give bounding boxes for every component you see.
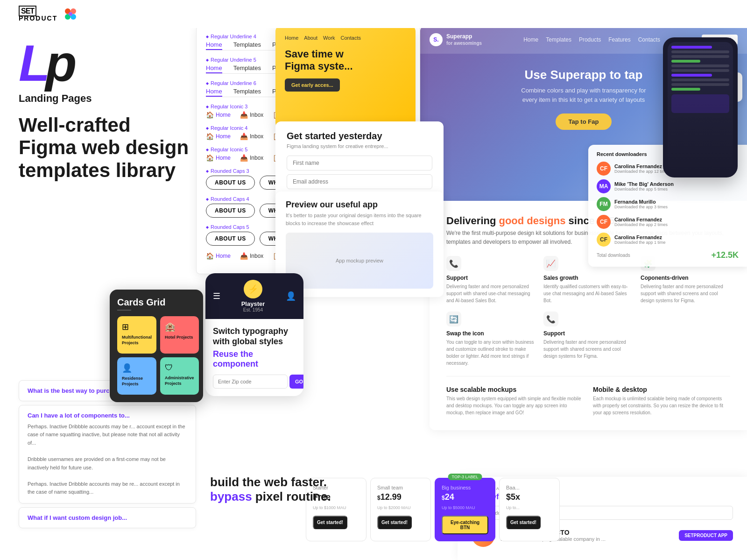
zipcode-input[interactable] (213, 375, 288, 389)
reuse-label: Reuse the component (213, 349, 296, 369)
dark-phone-screen (668, 42, 733, 173)
superapp-nav: Home Templates Products Features Contact… (523, 36, 660, 43)
nav-item-templates[interactable]: Templates (233, 41, 261, 48)
card-residence[interactable]: 👤 Residense Projects (117, 357, 156, 395)
header: SET PRODUCT (0, 0, 747, 28)
swap-title: Swap the icon (446, 330, 536, 337)
playster-panel: ☰ ⚡ Playster Est. 1954 👤 Switch typograp… (205, 273, 303, 396)
about-us-btn-3[interactable]: ABOUT US (206, 176, 255, 190)
nav-item-home-5[interactable]: Home (206, 64, 222, 71)
dl-total-label: Total downloads (597, 253, 630, 258)
nav-item-templates-6[interactable]: Templates (233, 88, 261, 95)
card-administrative[interactable]: 🛡 Administrative Projects (160, 357, 199, 395)
cards-grid-panel: Cards Grid ⊞ Multifunctional Projects 🏨 … (110, 290, 203, 402)
about-us-btn-5[interactable]: ABOUT US (206, 232, 255, 246)
pricing-big-limit: Up to $5000 MAU (442, 505, 488, 511)
iconic-home-bottom[interactable]: 🏠 Home (206, 252, 231, 260)
iconic-home-5[interactable]: 🏠 Home (206, 154, 231, 162)
superapp-nav-home[interactable]: Home (523, 36, 538, 43)
support2-title: Support (543, 330, 633, 337)
superapp-logo-circle: S. (430, 33, 443, 46)
faq-question-2[interactable]: Can I have a lot of components to... (28, 412, 187, 419)
build-faster-tagline: build the web faster. bypass pixel routi… (210, 475, 350, 504)
yn-about[interactable]: About (304, 35, 317, 41)
card-label-administrative: Administrative Projects (165, 376, 194, 386)
dl-total-count: +12.5K (711, 250, 739, 260)
setproduct-app-btn[interactable]: SETPRODUCT APP (679, 530, 733, 541)
pricing-big-cta[interactable]: Eye-catching BTN (442, 516, 488, 534)
dl-sub-1: Downloaded the app 12 times (614, 169, 670, 174)
cards-grid-items: ⊞ Multifunctional Projects 🏨 Hotel Proje… (117, 316, 196, 395)
faq-item-3: What if I want custom design job... (19, 507, 196, 528)
dl-info-1: Carolina Fernandez Downloaded the app 12… (614, 163, 670, 174)
about-us-btn-4[interactable]: ABOUT US (206, 204, 255, 218)
swap-desc: You can toggle to any icon within busine… (446, 339, 536, 367)
dl-avatar-5: CF (597, 233, 611, 247)
iconic-home-4[interactable]: 🏠 Home (206, 133, 231, 140)
left-content: L p Landing Pages Well-craftedFigma web … (19, 37, 196, 200)
pricing-small-team: Small team $12.99 Up to $2000 MAU Get st… (370, 478, 431, 541)
pricing-small-price: $12.99 (377, 492, 424, 502)
nav-item-home[interactable]: Home (206, 41, 222, 48)
support2-icon: 📞 (543, 312, 558, 326)
card-multifunctional[interactable]: ⊞ Multifunctional Projects (117, 316, 156, 354)
superapp-nav-features[interactable]: Features (608, 36, 630, 43)
iconic-inbox-5[interactable]: 📥 Inbox (240, 154, 263, 162)
iconic-inbox-bottom[interactable]: 📥 Inbox (240, 252, 263, 260)
nav-item-home-6[interactable]: Home (206, 88, 222, 95)
yn-contacts[interactable]: Contacts (341, 35, 361, 41)
faq-question-3[interactable]: What if I want custom design job... (28, 514, 187, 521)
dl-person-3: FM Fernanda Murillo Downloaded the app 3… (597, 197, 739, 211)
info-scalable: Use scalable mockups This web design sys… (446, 386, 584, 416)
playster-person-icon[interactable]: 👤 (286, 291, 296, 301)
iconic-inbox[interactable]: 📥 Inbox (240, 111, 263, 119)
playster-header: ☰ ⚡ Playster Est. 1954 👤 (205, 273, 303, 319)
pricing-small-cta[interactable]: Get started! (377, 516, 412, 529)
dl-name-2: Mike 'The Big' Anderson (614, 181, 674, 187)
dl-avatar-1: CF (597, 162, 611, 176)
dps-row-1 (671, 46, 712, 49)
info-feature-support: 📞 Support Delivering faster and more per… (446, 256, 536, 304)
iconic-home[interactable]: 🏠 Home (206, 111, 231, 119)
yellow-cta[interactable]: Get early acces... (285, 78, 340, 92)
pricing-baa: Baa... $5x Up to... Get started! (499, 478, 560, 541)
pricing-baa-limit: Up to... (506, 505, 553, 511)
dl-avatar-2: MA (597, 179, 611, 193)
yn-home[interactable]: Home (285, 35, 298, 41)
email-input[interactable] (287, 174, 432, 189)
playster-menu-icon[interactable]: ☰ (213, 291, 220, 301)
landing-pages-label: Landing Pages (19, 92, 196, 105)
dl-avatar-3: FM (597, 197, 611, 211)
get-started-subtitle: Figma landing system for creative entrep… (287, 143, 432, 149)
go-button[interactable]: GO! (289, 375, 303, 389)
hero-headline: Well-craftedFigma web designtemplates li… (19, 114, 196, 182)
logo-area: SET PRODUCT (19, 7, 78, 21)
dl-info-5: Carolina Fernandez Downloaded the app 1 … (614, 234, 666, 245)
info-panel-highlight: good designs (499, 215, 565, 227)
switch-typo: Switch typography with global styles (213, 326, 296, 347)
dps-row-3 (671, 55, 729, 58)
tap-to-fap-btn[interactable]: Tap to Fap (556, 113, 612, 130)
cards-grid-divider (117, 310, 131, 311)
mobile-title: Mobile & desktop (593, 386, 730, 393)
superapp-nav-contacts[interactable]: Contacts (638, 36, 660, 43)
app-preview-subtitle: It's better to paste your original desig… (286, 212, 433, 227)
dl-person-2: MA Mike 'The Big' Anderson Downloaded th… (597, 179, 739, 193)
card-icon-hotel: 🏨 (165, 322, 194, 332)
pricing-big-price: $24 (442, 492, 488, 502)
sales-title: Sales growth (543, 275, 633, 281)
superapp-nav-products[interactable]: Products (579, 36, 601, 43)
nav-item-templates-5[interactable]: Templates (233, 64, 261, 71)
first-name-input[interactable] (287, 156, 432, 170)
card-hotel[interactable]: 🏨 Hotel Projects (160, 316, 199, 354)
info-feature-support2: 📞 Support Delivering faster and more per… (543, 312, 633, 367)
pricing-starter-cta[interactable]: Get started! (313, 516, 347, 529)
yn-work[interactable]: Work (323, 35, 335, 41)
pricing-featured-tag: TOP-3 LABEL (448, 474, 482, 480)
pricing-baa-cta[interactable]: Get started! (506, 516, 541, 529)
iconic-inbox-4[interactable]: 📥 Inbox (240, 133, 263, 140)
dl-name-1: Carolina Fernandez (614, 163, 670, 169)
superapp-nav-templates[interactable]: Templates (546, 36, 571, 43)
support-icon: 📞 (446, 256, 461, 271)
info-features-grid: 📞 Support Delivering faster and more per… (446, 256, 730, 367)
